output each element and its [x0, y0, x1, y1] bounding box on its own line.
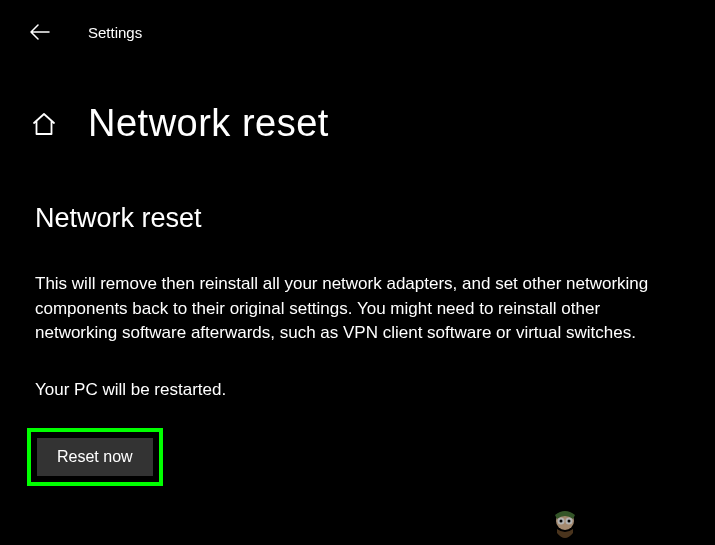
- section-heading: Network reset: [35, 203, 675, 234]
- header-bar: Settings: [0, 0, 715, 42]
- watermark-icon: [545, 505, 585, 545]
- svg-point-3: [560, 520, 563, 523]
- main-content: Network reset This will remove then rein…: [0, 145, 715, 486]
- home-icon[interactable]: [30, 110, 58, 138]
- back-arrow-icon[interactable]: [30, 22, 50, 42]
- title-row: Network reset: [0, 42, 715, 145]
- app-label: Settings: [88, 24, 142, 41]
- page-title: Network reset: [88, 102, 329, 145]
- highlight-annotation: Reset now: [27, 428, 163, 486]
- restart-note: Your PC will be restarted.: [35, 380, 675, 400]
- svg-point-4: [568, 520, 571, 523]
- description-text: This will remove then reinstall all your…: [35, 272, 675, 346]
- reset-now-button[interactable]: Reset now: [37, 438, 153, 476]
